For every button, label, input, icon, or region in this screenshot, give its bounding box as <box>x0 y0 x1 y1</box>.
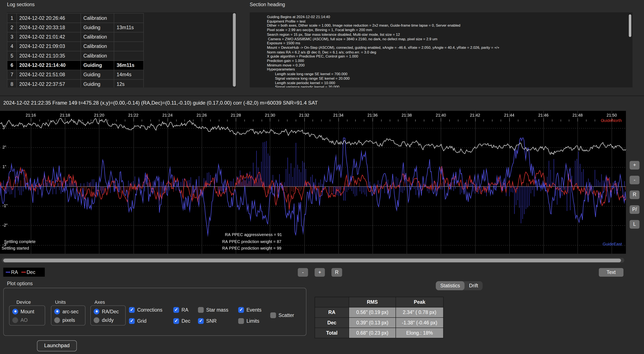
checkbox-corrections[interactable]: Corrections <box>129 307 162 313</box>
guide-chart-canvas[interactable] <box>0 111 626 254</box>
row-time: 2024-12-02 21:51:08 <box>17 70 81 80</box>
table-row[interactable]: 1 2024-12-02 20:26:46 Calibration <box>8 14 144 23</box>
heading-line: Norm rates RA = 6.2 a/s @ dec 0, Dec = 6… <box>267 50 500 54</box>
checkbox-grid[interactable]: Grid <box>129 318 146 324</box>
stats-header-peak: Peak <box>396 297 443 307</box>
radio-label: arc-sec <box>62 309 79 314</box>
row-number: 5 <box>8 51 17 61</box>
zoom-out-button[interactable]: - <box>630 176 640 184</box>
checkbox-checked-icon <box>173 318 179 324</box>
radio-label: pixels <box>62 317 75 323</box>
radio-label: Mount <box>20 309 34 314</box>
tab-statistics[interactable]: Statistics <box>436 281 464 290</box>
device-group-label: Device <box>16 300 31 305</box>
checkbox-dec[interactable]: Dec <box>173 318 190 324</box>
heading-line: Length scale long range SE kernel = 700.… <box>267 72 500 76</box>
checkbox-label: RA <box>182 307 188 313</box>
stats-total-peak: Elong.: 18% <box>396 328 443 338</box>
log-sections-scrollbar[interactable] <box>233 13 236 87</box>
launchpad-tooltip[interactable]: Launchpad <box>37 340 77 352</box>
table-row-selected[interactable]: 6 2024-12-02 21:14:40 Guiding 36m11s <box>8 61 144 70</box>
hzoom-out-button[interactable]: - <box>298 268 308 277</box>
checkbox-unchecked-icon <box>270 312 276 318</box>
checkbox-label: Star mass <box>206 307 228 313</box>
table-row[interactable]: 7 2024-12-02 21:51:08 Guiding 14m4s <box>8 70 144 80</box>
row-number: 4 <box>8 42 17 51</box>
checkbox-label: Grid <box>137 318 146 324</box>
checkbox-events[interactable]: Events <box>238 307 262 313</box>
chart-hscroll-track[interactable] <box>2 258 624 263</box>
section-heading-scrollbar[interactable] <box>629 14 632 37</box>
radio-selected-icon <box>94 309 99 314</box>
heading-line: X guide algorithm = Predictive PEC, Cont… <box>267 54 500 59</box>
axes-group-label: Axes <box>94 300 105 305</box>
heading-line: Pixel scale = 2.99 arc-sec/px, Binning =… <box>267 28 500 32</box>
row-duration <box>114 32 144 42</box>
heading-line: Search region = 15 px, Star mass toleran… <box>267 32 500 37</box>
row-duration <box>114 51 144 61</box>
stats-dec-rms: 0.39" (0.13 px) <box>349 318 396 328</box>
text-view-button[interactable]: Text <box>599 268 624 277</box>
checkbox-label: Scatter <box>278 312 294 318</box>
heading-line: Dither = both axes, Dither scale = 1.000… <box>267 24 500 28</box>
radio-ao[interactable]: AO <box>12 317 28 323</box>
heading-line: Length scale periodic kernel = 10.000 <box>267 81 500 85</box>
section-heading-panel: Guiding Begins at 2024-12-02 21:14:40 Eq… <box>250 12 632 87</box>
limits-button[interactable]: L <box>630 220 640 229</box>
table-row[interactable]: 5 2024-12-02 21:10:35 Calibration <box>8 51 144 61</box>
row-duration: 36m11s <box>114 61 144 70</box>
frame-status-text: 2024-12-02 21:22:35 Frame 149 t=475.28 (… <box>3 100 318 106</box>
log-sections-table: 1 2024-12-02 20:26:46 Calibration 2 2024… <box>7 13 144 87</box>
radio-dxdy[interactable]: dx/dy <box>94 317 114 323</box>
radio-pixels[interactable]: pixels <box>54 317 75 323</box>
table-row[interactable]: 3 2024-12-02 21:01:42 Calibration <box>8 32 144 42</box>
chart-hscroll-thumb[interactable] <box>3 258 621 262</box>
row-time: 2024-12-02 20:33:18 <box>17 23 81 32</box>
stats-header-empty <box>315 297 349 307</box>
radio-radec[interactable]: RA/Dec <box>94 308 119 314</box>
radio-label: dx/dy <box>102 317 114 323</box>
section-heading-content: Guiding Begins at 2024-12-02 21:14:40 Eq… <box>267 15 500 87</box>
tab-drift[interactable]: Drift <box>464 281 483 290</box>
table-row[interactable]: 2 2024-12-02 20:33:18 Guiding 13m11s <box>8 23 144 32</box>
table-row[interactable]: 4 2024-12-02 21:09:03 Calibration <box>8 42 144 51</box>
stats-row-label: RA <box>315 308 349 317</box>
stats-ra-peak: 2.34" ( 0.78 px) <box>396 308 443 317</box>
hzoom-reset-button[interactable]: R <box>332 268 342 277</box>
checkbox-scatter[interactable]: Scatter <box>270 312 294 318</box>
checkbox-limits[interactable]: Limits <box>238 318 259 324</box>
stats-header-rms: RMS <box>349 297 396 307</box>
row-time: 2024-12-02 20:26:46 <box>17 14 81 23</box>
radio-mount[interactable]: Mount <box>12 308 34 314</box>
stats-row-label: Dec <box>315 318 349 328</box>
log-sections-panel: 1 2024-12-02 20:26:46 Calibration 2 2024… <box>7 12 236 87</box>
row-type: Calibration <box>81 42 114 51</box>
row-type: Guiding <box>81 70 114 80</box>
radio-arcsec[interactable]: arc-sec <box>54 308 78 314</box>
checkbox-checked-icon <box>129 307 135 313</box>
checkbox-snr[interactable]: SNR <box>198 318 216 324</box>
checkbox-label: Limits <box>246 318 259 324</box>
table-row[interactable]: 8 2024-12-02 22:37:57 Guiding 12s <box>8 80 144 87</box>
row-duration: 13m11s <box>114 23 144 32</box>
row-number: 1 <box>8 14 17 23</box>
section-heading-title: Section heading <box>250 2 285 7</box>
stats-tab-bar: Statistics Drift <box>436 281 483 290</box>
reset-view-button[interactable]: R <box>630 190 640 199</box>
hzoom-in-button[interactable]: + <box>314 268 325 277</box>
row-type: Calibration <box>81 14 114 23</box>
guide-chart-area: + - R P/ L <box>0 111 644 254</box>
checkbox-label: SNR <box>206 318 217 324</box>
row-number: 6 <box>8 61 17 70</box>
row-duration: 14m4s <box>114 70 144 80</box>
row-type: Guiding <box>81 61 114 70</box>
pixels-toggle-button[interactable]: P/ <box>630 205 640 214</box>
checkbox-star-mass[interactable]: Star mass <box>198 307 228 313</box>
checkbox-unchecked-icon <box>238 318 244 324</box>
row-number: 3 <box>8 32 17 42</box>
radio-icon <box>54 317 60 323</box>
checkbox-ra[interactable]: RA <box>173 307 188 313</box>
zoom-in-button[interactable]: + <box>630 161 640 170</box>
stats-total-rms: 0.68" (0.23 px) <box>349 328 396 338</box>
radio-selected-icon <box>54 309 60 314</box>
